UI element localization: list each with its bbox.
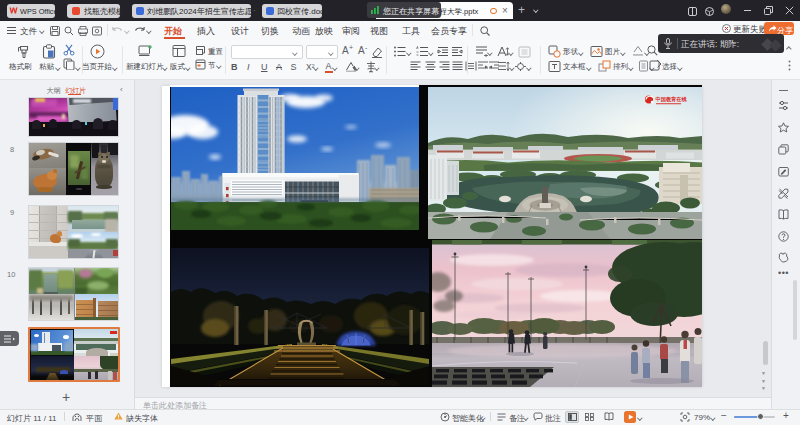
svg-text:中国教育在线: 中国教育在线 [655, 96, 687, 103]
